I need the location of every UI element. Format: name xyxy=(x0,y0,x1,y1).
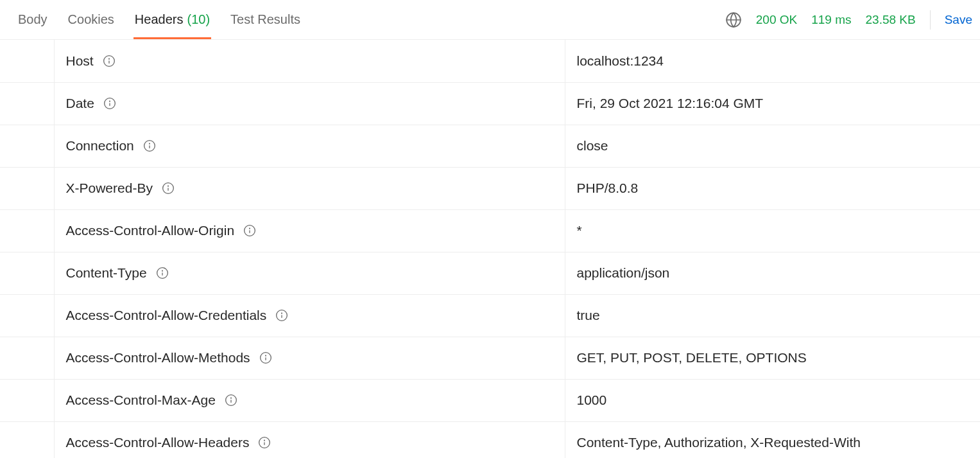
header-name-cell: X-Powered-By xyxy=(54,167,565,209)
info-icon[interactable] xyxy=(259,351,272,364)
header-name: Host xyxy=(66,53,94,69)
response-top-bar: Body Cookies Headers (10) Test Results 2… xyxy=(0,0,980,40)
status-code: 200 OK xyxy=(756,13,797,27)
header-name: Content-Type xyxy=(66,265,147,281)
header-name: Access-Control-Allow-Methods xyxy=(66,350,250,366)
header-value: close xyxy=(577,138,608,153)
save-response-button[interactable]: Save xyxy=(945,13,972,27)
svg-point-4 xyxy=(108,58,109,59)
header-name-cell: Access-Control-Allow-Credentials xyxy=(54,294,565,337)
tab-test-results-label: Test Results xyxy=(230,12,300,27)
row-spacer xyxy=(0,209,54,252)
row-spacer xyxy=(0,379,54,421)
row-spacer xyxy=(0,40,54,82)
info-icon[interactable] xyxy=(275,309,288,322)
row-spacer xyxy=(0,125,54,167)
table-row: Access-Control-Max-Age1000 xyxy=(0,379,980,421)
header-value: GET, PUT, POST, DELETE, OPTIONS xyxy=(577,350,807,365)
header-value: Content-Type, Authorization, X-Requested… xyxy=(577,435,861,450)
header-name: Access-Control-Allow-Headers xyxy=(66,435,250,450)
header-name: X-Powered-By xyxy=(66,181,153,196)
header-value-cell: Content-Type, Authorization, X-Requested… xyxy=(565,421,980,458)
header-name-cell: Access-Control-Allow-Headers xyxy=(54,421,565,458)
header-value-cell: application/json xyxy=(565,252,980,294)
svg-point-7 xyxy=(109,101,110,101)
header-name: Access-Control-Allow-Origin xyxy=(66,223,235,238)
status-divider xyxy=(930,10,931,30)
header-name: Connection xyxy=(66,138,134,154)
svg-point-25 xyxy=(265,355,266,356)
svg-point-10 xyxy=(149,143,150,144)
headers-table: Hostlocalhost:1234DateFri, 29 Oct 2021 1… xyxy=(0,40,980,458)
header-value: * xyxy=(577,223,582,238)
table-row: Hostlocalhost:1234 xyxy=(0,40,980,82)
row-spacer xyxy=(0,252,54,294)
status-size: 23.58 KB xyxy=(866,13,916,27)
header-value-cell: localhost:1234 xyxy=(565,40,980,82)
svg-point-22 xyxy=(282,313,282,313)
header-value-cell: 1000 xyxy=(565,379,980,421)
header-name: Access-Control-Max-Age xyxy=(66,392,216,408)
info-icon[interactable] xyxy=(162,182,175,195)
response-tabs: Body Cookies Headers (10) Test Results xyxy=(8,0,311,39)
header-value-cell: PHP/8.0.8 xyxy=(565,167,980,209)
svg-point-31 xyxy=(264,440,265,441)
header-name: Access-Control-Allow-Credentials xyxy=(66,308,267,323)
tab-test-results[interactable]: Test Results xyxy=(220,0,311,39)
svg-point-28 xyxy=(230,398,231,398)
header-name-cell: Date xyxy=(54,82,565,125)
status-time: 119 ms xyxy=(811,13,851,27)
table-row: Connectionclose xyxy=(0,125,980,167)
header-value-cell: close xyxy=(565,125,980,167)
info-icon[interactable] xyxy=(156,267,169,279)
tab-cookies[interactable]: Cookies xyxy=(58,0,125,39)
header-value: 1000 xyxy=(577,392,607,407)
header-value: application/json xyxy=(577,265,670,280)
response-status-area: 200 OK 119 ms 23.58 KB Save xyxy=(725,10,972,30)
header-value-cell: GET, PUT, POST, DELETE, OPTIONS xyxy=(565,337,980,379)
info-icon[interactable] xyxy=(103,55,116,67)
header-name-cell: Connection xyxy=(54,125,565,167)
table-row: Access-Control-Allow-Credentialstrue xyxy=(0,294,980,337)
header-name-cell: Access-Control-Allow-Origin xyxy=(54,209,565,252)
table-row: Access-Control-Allow-Origin* xyxy=(0,209,980,252)
header-value: PHP/8.0.8 xyxy=(577,181,639,195)
header-value-cell: * xyxy=(565,209,980,252)
tab-headers-count: (10) xyxy=(187,12,210,27)
header-value: true xyxy=(577,308,600,322)
info-icon[interactable] xyxy=(103,97,116,110)
svg-point-16 xyxy=(250,228,250,229)
table-row: X-Powered-ByPHP/8.0.8 xyxy=(0,167,980,209)
header-name-cell: Host xyxy=(54,40,565,82)
header-name-cell: Access-Control-Allow-Methods xyxy=(54,337,565,379)
tab-headers[interactable]: Headers (10) xyxy=(125,0,220,39)
svg-point-13 xyxy=(168,186,168,186)
header-value-cell: Fri, 29 Oct 2021 12:16:04 GMT xyxy=(565,82,980,125)
header-name-cell: Content-Type xyxy=(54,252,565,294)
header-value: localhost:1234 xyxy=(577,53,664,68)
row-spacer xyxy=(0,421,54,458)
table-row: Access-Control-Allow-MethodsGET, PUT, PO… xyxy=(0,337,980,379)
header-name-cell: Access-Control-Max-Age xyxy=(54,379,565,421)
tab-cookies-label: Cookies xyxy=(68,12,114,27)
tab-body-label: Body xyxy=(18,12,47,27)
row-spacer xyxy=(0,167,54,209)
tab-body[interactable]: Body xyxy=(8,0,58,39)
table-row: Access-Control-Allow-HeadersContent-Type… xyxy=(0,421,980,458)
globe-icon[interactable] xyxy=(725,12,742,28)
info-icon[interactable] xyxy=(225,394,237,407)
row-spacer xyxy=(0,294,54,337)
row-spacer xyxy=(0,82,54,125)
info-icon[interactable] xyxy=(143,139,156,152)
info-icon[interactable] xyxy=(243,224,256,237)
row-spacer xyxy=(0,337,54,379)
info-icon[interactable] xyxy=(258,436,271,449)
tab-headers-label: Headers xyxy=(135,12,184,27)
header-value: Fri, 29 Oct 2021 12:16:04 GMT xyxy=(577,96,764,110)
header-name: Date xyxy=(66,96,94,111)
table-row: Content-Typeapplication/json xyxy=(0,252,980,294)
header-value-cell: true xyxy=(565,294,980,337)
svg-point-19 xyxy=(162,270,162,271)
table-row: DateFri, 29 Oct 2021 12:16:04 GMT xyxy=(0,82,980,125)
